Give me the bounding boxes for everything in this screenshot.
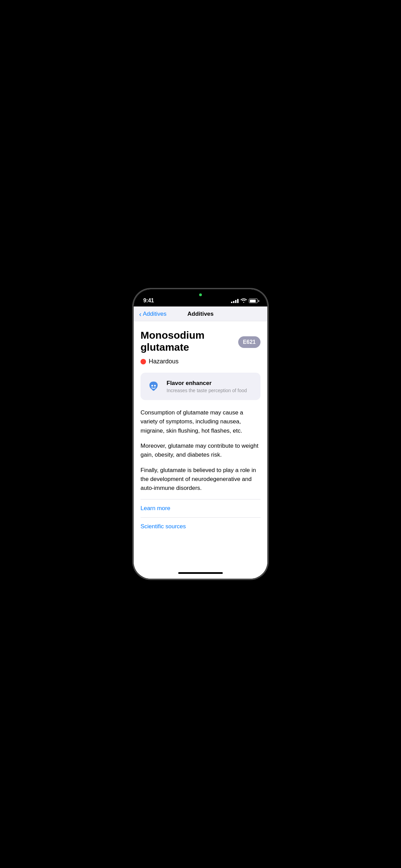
home-indicator (134, 567, 267, 579)
home-bar (178, 572, 223, 574)
wifi-icon (241, 298, 247, 304)
svg-point-2 (154, 385, 156, 387)
learn-more-link[interactable]: Learn more (141, 499, 260, 518)
navigation-bar: ‹ Additives Additives (134, 306, 267, 321)
phone-frame: 9:41 ‹ Additives (134, 289, 267, 579)
svg-point-1 (151, 385, 153, 387)
hazard-dot-icon (141, 359, 146, 364)
scientific-sources-link[interactable]: Scientific sources (141, 518, 260, 535)
hazard-label: Hazardous (149, 358, 179, 365)
navigation-title: Additives (187, 311, 214, 317)
hazard-row: Hazardous (141, 358, 260, 365)
signal-bar-4 (237, 299, 239, 303)
signal-bar-2 (233, 301, 234, 303)
dot-indicator (199, 293, 202, 296)
description-paragraph-2: Moreover, glutamate may contribute to we… (141, 442, 260, 460)
info-card-title: Flavor enhancer (167, 380, 255, 387)
description-paragraph-1: Consumption of glutamate may cause a var… (141, 408, 260, 435)
additive-name: Monosodium glutamate (141, 329, 238, 353)
status-icons (231, 298, 258, 304)
info-card-subtitle: Increases the taste perception of food (167, 388, 255, 393)
battery-fill (250, 300, 256, 302)
status-bar: 9:41 (134, 289, 267, 306)
links-section: Learn more Scientific sources (141, 499, 260, 535)
chevron-left-icon: ‹ (139, 311, 142, 317)
signal-bar-3 (235, 300, 236, 303)
back-button[interactable]: ‹ Additives (139, 311, 167, 317)
flavor-enhancer-icon (146, 379, 161, 394)
status-time: 9:41 (143, 298, 154, 304)
signal-bars-icon (231, 299, 239, 303)
battery-icon (249, 299, 258, 303)
signal-bar-1 (231, 302, 232, 303)
description-paragraph-3: Finally, glutamate is believed to play a… (141, 466, 260, 493)
content-area: Monosodium glutamate E621 Hazardous (134, 321, 267, 567)
info-card-text: Flavor enhancer Increases the taste perc… (167, 380, 255, 393)
header-section: Monosodium glutamate E621 (141, 329, 260, 353)
info-card: Flavor enhancer Increases the taste perc… (141, 373, 260, 400)
e-number-badge: E621 (238, 336, 260, 348)
back-label: Additives (143, 311, 167, 317)
